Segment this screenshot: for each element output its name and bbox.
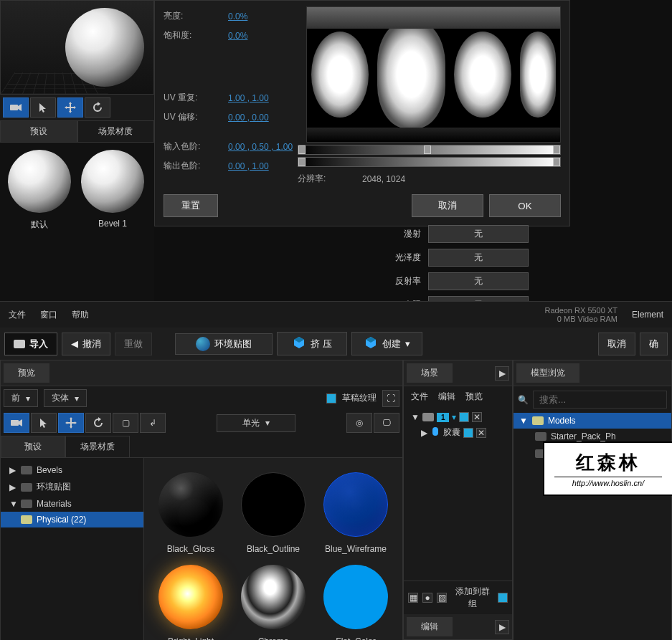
camera-icon[interactable] xyxy=(3,97,29,118)
create-button[interactable]: 创建▾ xyxy=(351,332,422,355)
saturation-value[interactable]: 0.0% xyxy=(228,31,247,41)
sphere-icon xyxy=(196,337,210,351)
output-levels-slider[interactable] xyxy=(298,157,561,167)
visible-toggle[interactable] xyxy=(463,428,473,438)
watermark-url: http://www.hoslin.cn/ xyxy=(554,477,662,487)
watermark: 红森林 http://www.hoslin.cn/ xyxy=(543,441,672,496)
view-solid-select[interactable]: 实体▾ xyxy=(44,389,87,407)
hdr-preview xyxy=(306,6,561,143)
scene-edit[interactable]: 编辑 xyxy=(438,391,455,403)
menu-help[interactable]: 帮助 xyxy=(72,309,89,321)
extrude-icon xyxy=(292,335,306,352)
material-flat_color[interactable]: Flat_Color xyxy=(323,565,388,640)
fullscreen-icon[interactable]: ⛶ xyxy=(382,390,399,407)
brightness-value[interactable]: 0.0% xyxy=(228,11,247,22)
model-browse-tab[interactable]: 模型浏览 xyxy=(516,363,579,383)
scene-tab[interactable]: 场景 xyxy=(407,363,453,383)
material-preview xyxy=(241,565,306,629)
uv-repeat-value[interactable]: 1.00 , 1.00 xyxy=(228,93,269,103)
gloss-value[interactable]: 无 xyxy=(428,249,529,267)
material-black_outline[interactable]: Black_Outline xyxy=(241,472,306,554)
group-toggle[interactable] xyxy=(498,593,508,603)
material-blue_wireframe[interactable]: Blue_Wireframe xyxy=(323,472,388,554)
scene-mat-tab[interactable]: 场景材质 xyxy=(65,436,130,458)
grid-icon[interactable]: ▦ xyxy=(408,593,418,603)
scene-group-row[interactable]: ▼ 1 ▾ ✕ xyxy=(407,410,509,424)
tree-env-maps[interactable]: ▶环境贴图 xyxy=(1,478,143,496)
tree-materials[interactable]: ▼Materials xyxy=(1,496,143,512)
confirm-main-button[interactable]: 确 xyxy=(640,333,668,355)
scene-preview[interactable]: 预览 xyxy=(465,391,483,403)
target-icon[interactable]: ◎ xyxy=(346,413,372,433)
chevron-right-icon[interactable]: ▶ xyxy=(495,366,509,381)
pattern-icon[interactable]: ▨ xyxy=(437,593,447,603)
material-bevel1[interactable]: Bevel 1 xyxy=(80,150,145,231)
folder-icon xyxy=(21,466,32,474)
preview-tab[interactable]: 预览 xyxy=(4,363,49,383)
scene-file[interactable]: 文件 xyxy=(411,391,428,403)
undo-button[interactable]: ◀撤消 xyxy=(62,333,110,355)
tab-scene-material[interactable]: 场景材质 xyxy=(77,120,155,143)
cancel-button[interactable]: 取消 xyxy=(412,194,483,217)
output-levels-value[interactable]: 0.00 , 1.00 xyxy=(228,161,269,171)
scene-capsule-row[interactable]: ▶ 胶囊 ✕ xyxy=(407,424,509,441)
chevron-down-icon: ▾ xyxy=(265,418,270,428)
scale-icon[interactable]: ▢ xyxy=(113,413,138,433)
chevron-down-icon: ▼ xyxy=(411,412,420,422)
material-black_gloss[interactable]: Black_Gloss xyxy=(158,472,223,554)
visible-toggle[interactable] xyxy=(459,412,469,422)
chevron-right-icon[interactable]: ▶ xyxy=(495,620,509,634)
rotate-icon[interactable] xyxy=(85,413,111,433)
models-header[interactable]: ▼Models xyxy=(514,413,671,429)
menu-window[interactable]: 窗口 xyxy=(40,309,57,321)
move-icon[interactable] xyxy=(58,413,84,433)
capsule-icon xyxy=(430,426,440,439)
camera-icon[interactable] xyxy=(4,413,29,433)
rotate-icon[interactable] xyxy=(85,97,110,118)
edit-tab[interactable]: 编辑 xyxy=(407,617,453,636)
draft-texture-label: 草稿纹理 xyxy=(342,392,377,404)
cancel-main-button[interactable]: 取消 xyxy=(598,333,635,355)
reset-button[interactable]: 重置 xyxy=(164,194,218,217)
draft-toggle[interactable] xyxy=(326,393,336,403)
input-levels-value[interactable]: 0.00 , 0.50 , 1.00 xyxy=(228,142,293,152)
gpu-name: Radeon RX 5500 XT xyxy=(544,306,617,315)
menu-file[interactable]: 文件 xyxy=(9,309,26,321)
gloss-label: 光泽度 xyxy=(378,252,428,264)
preset-tab[interactable]: 预设 xyxy=(1,436,65,458)
tab-preset[interactable]: 预设 xyxy=(0,120,77,143)
delete-button[interactable]: ✕ xyxy=(476,428,486,438)
import-button[interactable]: 导入 xyxy=(4,333,57,355)
tree-bevels[interactable]: ▶Bevels xyxy=(1,462,143,478)
reflect-value[interactable]: 无 xyxy=(428,272,529,290)
search-input[interactable] xyxy=(533,391,667,409)
add-to-group[interactable]: 添加到群组 xyxy=(451,586,493,610)
axis-icon[interactable]: ↲ xyxy=(140,413,166,433)
folder-icon xyxy=(21,500,32,508)
chevron-right-icon: ▶ xyxy=(421,428,427,438)
redo-button[interactable]: 重做 xyxy=(115,333,152,355)
watermark-cn: 红森林 xyxy=(554,450,662,475)
gpu-mem: 0 MB Video RAM xyxy=(544,315,617,323)
cursor-icon[interactable] xyxy=(30,97,56,118)
view-front-select[interactable]: 前▾ xyxy=(4,389,38,407)
material-bright_light[interactable]: Bright_Light xyxy=(158,565,223,640)
env-map-button[interactable]: 环境贴图 xyxy=(175,333,273,355)
move-icon[interactable] xyxy=(57,97,83,118)
uv-offset-value[interactable]: 0.00 , 0.00 xyxy=(228,113,269,123)
material-default[interactable]: 默认 xyxy=(7,150,72,231)
tree-physical[interactable]: Physical (22) xyxy=(1,512,143,527)
input-levels-slider[interactable] xyxy=(298,145,561,155)
material-chrome[interactable]: Chrome xyxy=(241,565,306,640)
sphere-small-icon[interactable]: ● xyxy=(422,593,432,603)
diffuse-value[interactable]: 无 xyxy=(428,225,529,243)
ok-button[interactable]: OK xyxy=(489,194,561,217)
uv-offset-label: UV 偏移: xyxy=(164,111,228,123)
extrude-button[interactable]: 挤 压 xyxy=(277,332,347,355)
svg-rect-0 xyxy=(10,105,18,110)
delete-button[interactable]: ✕ xyxy=(472,412,482,422)
light-mode-select[interactable]: 单光▾ xyxy=(217,414,295,432)
monitor-icon[interactable]: 🖵 xyxy=(374,413,399,433)
cursor-icon[interactable] xyxy=(31,413,57,433)
material-label: Bright_Light xyxy=(158,636,223,640)
